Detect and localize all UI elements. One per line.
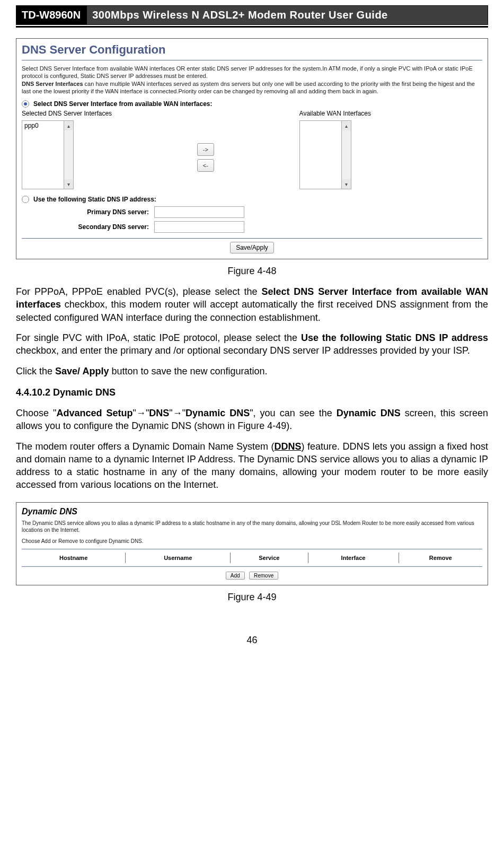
available-interfaces-listbox[interactable] xyxy=(299,120,342,189)
page-number: 46 xyxy=(16,635,488,646)
col-remove: Remove xyxy=(399,553,482,563)
paragraph-ipoa: For single PVC with IPoA, static IPoE pr… xyxy=(16,331,488,357)
available-interfaces-col: Available WAN Interfaces ▴ ▾ xyxy=(299,110,371,189)
scroll-down-icon[interactable]: ▾ xyxy=(342,179,351,189)
figure-dynamic-dns: Dynamic DNS The Dynamic DNS service allo… xyxy=(16,502,488,585)
figure1-title: DNS Server Configuration xyxy=(22,43,482,58)
ddns-table: Hostname Username Service Interface Remo… xyxy=(22,553,482,563)
divider xyxy=(22,566,482,567)
figure-dns-server-config: DNS Server Configuration Select DNS Serv… xyxy=(16,38,488,259)
move-buttons: -> <- xyxy=(197,143,214,172)
save-apply-button[interactable]: Save/Apply xyxy=(230,242,274,253)
section-heading-ddns: 4.4.10.2 Dynamic DNS xyxy=(16,387,488,398)
scroll-up-icon[interactable]: ▴ xyxy=(64,121,73,130)
radio-static-dns-label: Use the following Static DNS IP address: xyxy=(33,196,156,203)
scrollbar[interactable]: ▴ ▾ xyxy=(342,120,351,189)
add-button[interactable]: Add xyxy=(226,572,245,580)
secondary-dns-row: Secondary DNS server: xyxy=(22,221,482,233)
paragraph-pppoa: For PPPoA, PPPoE enabled PVC(s), please … xyxy=(16,285,488,324)
divider xyxy=(22,549,482,549)
col-username: Username xyxy=(126,553,231,563)
divider xyxy=(22,60,482,60)
figure1-description: Select DNS Server Interface from availab… xyxy=(22,65,482,95)
col-service: Service xyxy=(231,553,308,563)
figure1-desc-line2: can have multiple WAN interfaces served … xyxy=(22,81,475,94)
figure1-desc-line1: Select DNS Server Interface from availab… xyxy=(22,65,473,79)
radio-static-dns[interactable] xyxy=(22,196,29,203)
scrollbar[interactable]: ▴ ▾ xyxy=(64,120,74,189)
scroll-down-icon[interactable]: ▾ xyxy=(64,179,73,189)
selected-interfaces-header: Selected DNS Server Interfaces xyxy=(22,110,112,117)
guide-title: 300Mbps Wireless N ADSL2+ Modem Router U… xyxy=(86,5,488,25)
secondary-dns-label: Secondary DNS server: xyxy=(22,223,149,231)
arrow-icon: → xyxy=(136,408,146,418)
col-interface: Interface xyxy=(308,553,399,563)
selected-interfaces-listbox[interactable]: ppp0 xyxy=(22,120,64,189)
figure2-caption: Figure 4-49 xyxy=(16,592,488,603)
divider xyxy=(22,238,482,239)
selected-interfaces-col: Selected DNS Server Interfaces ppp0 ▴ ▾ xyxy=(22,110,112,189)
figure2-desc: The Dynamic DNS service allows you to al… xyxy=(22,520,482,533)
paragraph-save: Click the Save/ Apply button to save the… xyxy=(16,365,488,378)
list-item[interactable]: ppp0 xyxy=(24,122,61,129)
interfaces-row: Selected DNS Server Interfaces ppp0 ▴ ▾ … xyxy=(22,110,482,189)
scroll-up-icon[interactable]: ▴ xyxy=(342,121,351,130)
figure2-choose: Choose Add or Remove to configure Dynami… xyxy=(22,538,482,545)
table-header-row: Hostname Username Service Interface Remo… xyxy=(22,553,482,563)
secondary-dns-input[interactable] xyxy=(154,221,244,233)
remove-button[interactable]: Remove xyxy=(249,572,278,580)
page-header: TD-W8960N 300Mbps Wireless N ADSL2+ Mode… xyxy=(16,5,488,28)
col-hostname: Hostname xyxy=(22,553,126,563)
radio-select-wan-label: Select DNS Server Interface from availab… xyxy=(33,100,212,108)
primary-dns-label: Primary DNS server: xyxy=(22,208,149,216)
radio-select-wan[interactable] xyxy=(22,100,29,108)
radio-static-dns-row: Use the following Static DNS IP address: xyxy=(22,196,482,203)
figure1-caption: Figure 4-48 xyxy=(16,266,488,277)
figure2-title: Dynamic DNS xyxy=(22,507,482,516)
figure1-desc-bold: DNS Server Interfaces xyxy=(22,81,83,87)
move-right-button[interactable]: -> xyxy=(197,143,214,156)
primary-dns-input[interactable] xyxy=(154,206,244,218)
radio-select-wan-row: Select DNS Server Interface from availab… xyxy=(22,100,482,108)
paragraph-ddns-feature: The modem router offers a Dynamic Domain… xyxy=(16,440,488,492)
primary-dns-row: Primary DNS server: xyxy=(22,206,482,218)
product-model: TD-W8960N xyxy=(16,5,86,25)
available-interfaces-header: Available WAN Interfaces xyxy=(299,110,371,117)
static-dns-section: Use the following Static DNS IP address:… xyxy=(22,196,482,233)
arrow-icon: → xyxy=(173,408,182,418)
paragraph-choose-ddns: Choose "Advanced Setup"→"DNS"→"Dynamic D… xyxy=(16,407,488,433)
move-left-button[interactable]: <- xyxy=(197,159,214,172)
